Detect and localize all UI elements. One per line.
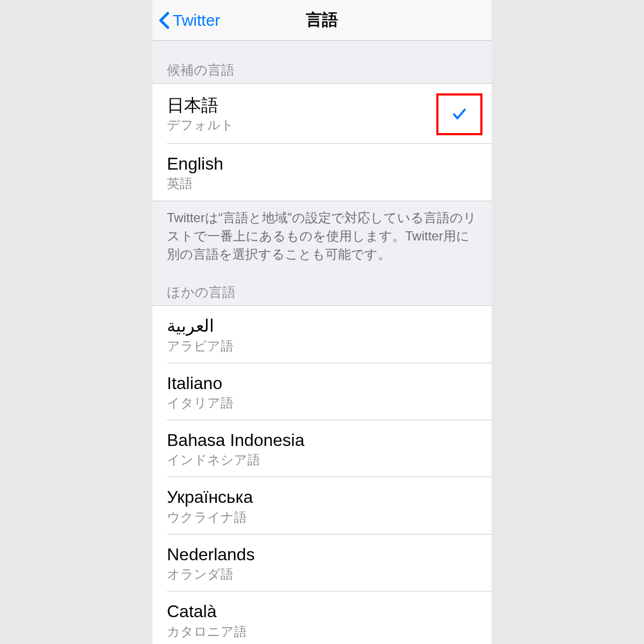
list-item-content: Bahasa Indonesia インドネシア語 [167, 430, 477, 469]
language-primary: Українська [167, 487, 477, 507]
list-item-content: Nederlands オランダ語 [167, 544, 477, 583]
section-header-other: ほかの言語 [152, 263, 492, 305]
language-primary: Bahasa Indonesia [167, 430, 477, 450]
list-item[interactable]: Bahasa Indonesia インドネシア語 [152, 420, 492, 477]
language-secondary: デフォルト [167, 116, 436, 134]
section-header-suggested: 候補の言語 [152, 41, 492, 83]
language-primary: Català [167, 601, 477, 621]
language-primary: Italiano [167, 373, 477, 393]
list-item-japanese[interactable]: 日本語 デフォルト [152, 84, 492, 144]
back-label: Twitter [173, 11, 220, 30]
section-footer-suggested: Twitterは“言語と地域”の設定で対応している言語のリストで一番上にあるもの… [152, 201, 492, 263]
annotation-highlight-box [436, 93, 482, 135]
language-primary: Nederlands [167, 544, 477, 565]
language-secondary: アラビア語 [167, 338, 477, 355]
list-item-content: Українська ウクライナ語 [167, 487, 477, 525]
back-button[interactable]: Twitter [152, 11, 220, 30]
page-title: 言語 [306, 9, 338, 31]
list-item-english[interactable]: English 英語 [152, 144, 492, 201]
list-item-content: 日本語 デフォルト [167, 95, 436, 134]
language-secondary: インドネシア語 [167, 451, 477, 469]
list-item[interactable]: Nederlands オランダ語 [152, 535, 492, 591]
language-secondary: 英語 [167, 175, 477, 192]
chevron-left-icon [159, 11, 170, 30]
language-secondary: カタロニア語 [167, 623, 477, 640]
list-item[interactable]: العربية アラビア語 [152, 306, 492, 363]
list-group-suggested: 日本語 デフォルト English 英語 [152, 83, 492, 201]
language-secondary: ウクライナ語 [167, 509, 477, 526]
list-item-content: Italiano イタリア語 [167, 373, 477, 412]
language-primary: English [167, 153, 477, 174]
list-item-content: English 英語 [167, 153, 477, 192]
list-item[interactable]: Українська ウクライナ語 [152, 477, 492, 534]
language-primary: 日本語 [167, 95, 436, 115]
list-item-content: Català カタロニア語 [167, 601, 477, 640]
language-secondary: オランダ語 [167, 566, 477, 583]
list-item-content: العربية アラビア語 [167, 316, 477, 354]
checkmark-icon [451, 106, 467, 122]
phone-screen: Twitter 言語 候補の言語 日本語 デフォルト English 英語 Tw… [152, 0, 492, 644]
list-item[interactable]: Català カタロニア語 [152, 591, 492, 644]
language-primary: العربية [167, 316, 477, 336]
nav-bar: Twitter 言語 [152, 0, 492, 41]
list-item[interactable]: Italiano イタリア語 [152, 363, 492, 420]
language-secondary: イタリア語 [167, 394, 477, 412]
list-group-other: العربية アラビア語 Italiano イタリア語 Bahasa Indo… [152, 305, 492, 644]
